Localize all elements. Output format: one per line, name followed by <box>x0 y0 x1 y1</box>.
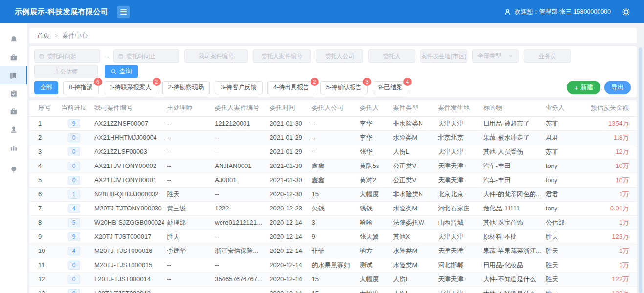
export-button[interactable]: 导出 <box>604 81 631 94</box>
company-title: 示例展示-科技发展有限公司 <box>15 7 109 17</box>
briefcase-icon <box>9 53 18 62</box>
topbar: 示例展示-科技发展有限公司 欢迎您：管理部-张三 15800000000 <box>0 0 644 23</box>
progress-badge: 0 <box>68 133 80 142</box>
progress-badge: 0 <box>68 289 80 293</box>
column-header: 主处理师 <box>164 100 212 116</box>
sidebar-item-map[interactable] <box>0 161 27 179</box>
breadcrumb-home[interactable]: 首页 <box>37 31 50 40</box>
table-row[interactable]: 20AX21HHHTMJJ00004----2021-01-29--李华水险类M… <box>29 130 637 145</box>
table-row[interactable]: 61N20HB-QHDJJ000032胜天--2020-12-3015大幅度非水… <box>29 187 637 201</box>
tab-count-badge: 6 <box>94 78 102 86</box>
briefcase2-icon <box>9 107 18 116</box>
column-header: 标的物 <box>480 100 543 116</box>
progress-badge: 4 <box>68 204 80 213</box>
tab-全部[interactable]: 全部 <box>34 81 58 94</box>
tab-3-待客户反馈[interactable]: 3-待客户反馈 <box>215 81 263 94</box>
table-row[interactable]: 74M20TJ-TJTONY000030黄三级12222020-12-23欠钱钱… <box>29 201 637 215</box>
clipboard-check-icon <box>9 89 18 98</box>
date-end-input[interactable] <box>113 49 179 63</box>
case-location-input[interactable] <box>420 49 467 63</box>
our-case-no-input[interactable] <box>184 49 248 63</box>
progress-badge: 9 <box>68 232 80 241</box>
tab-0-待指派[interactable]: 0-待指派6 <box>63 81 99 94</box>
filter-panel: → 全部类型 查询 <box>29 46 637 97</box>
search-icon <box>111 69 117 75</box>
tab-5-待确认报告[interactable]: 5-待确认报告3 <box>320 81 368 94</box>
loss-amount: 1万 <box>588 215 637 230</box>
table-row[interactable]: 110M20TJ-TJST000015----2020-12-14的水果黑寡妇测… <box>29 258 637 272</box>
progress-badge: 9 <box>68 119 80 128</box>
table-row[interactable]: 130L20TJ-TJST000013----2020-12-1415大幅度人伤… <box>29 286 637 293</box>
column-header: 委托时间 <box>266 100 309 116</box>
tab-count-badge: 3 <box>363 78 371 86</box>
tab-count-badge: 2 <box>311 78 319 86</box>
tab-count-badge: 2 <box>153 78 161 86</box>
sidebar-item-case-center[interactable] <box>0 66 27 84</box>
column-header: 预估损失金额 <box>588 100 637 116</box>
cases-table: 序号当前进度我司案件编号主处理师委托人案件编号委托时间委托人公司委托人案件类型案… <box>29 100 637 293</box>
client-company-input[interactable] <box>316 49 363 63</box>
client-case-no-input[interactable] <box>253 49 311 63</box>
column-header: 委托人 <box>356 100 390 116</box>
table-row[interactable]: 99X20TJ-TJST000017胜天--2020-12-149张天翼其他X天… <box>29 230 637 244</box>
loss-amount: 123万 <box>588 230 637 244</box>
loss-amount: 12万 <box>588 145 637 159</box>
loss-amount: 122万 <box>588 286 637 293</box>
table-row[interactable]: 50AX21TJVTONY00001--AJ00012021-01-30鑫鑫黄对… <box>29 173 637 187</box>
progress-badge: 0 <box>68 261 80 270</box>
sidebar-item-work[interactable] <box>0 48 27 66</box>
column-header: 委托人案件编号 <box>212 100 266 116</box>
menu-toggle-button[interactable] <box>117 6 130 18</box>
breadcrumb: 首页 > 案件中心 <box>29 28 637 43</box>
breadcrumb-current: 案件中心 <box>62 31 88 40</box>
loss-amount: 10万 <box>588 159 637 173</box>
sidebar-item-statistics[interactable] <box>0 139 27 157</box>
bell-icon <box>9 35 18 44</box>
loss-amount: 1354万 <box>588 116 637 130</box>
loss-amount: 10万 <box>588 173 637 187</box>
column-header: 当前进度 <box>56 100 91 116</box>
progress-badge: 0 <box>68 275 80 284</box>
sidebar-item-seal[interactable] <box>0 121 27 139</box>
column-header: 案件发生地 <box>435 100 480 116</box>
sidebar-item-tasks[interactable] <box>0 84 27 103</box>
progress-badge: 5 <box>68 218 80 227</box>
salesman-input[interactable] <box>524 49 571 63</box>
table-row[interactable]: 19AX21ZZNSF00007--12121200012021-01-30--… <box>29 116 637 130</box>
tab-9-已结案[interactable]: 9-已结案4 <box>373 81 408 94</box>
table-row[interactable]: 120L20TJ-TJST000014--354657676767...2020… <box>29 272 637 286</box>
sidebar-item-notifications[interactable] <box>0 30 27 48</box>
loss-amount: 1万 <box>588 258 637 272</box>
case-type-select[interactable]: 全部类型 <box>472 49 519 63</box>
cases-table-card: 序号当前进度我司案件编号主处理师委托人案件编号委托时间委托人公司委托人案件类型案… <box>29 100 637 293</box>
chief-assessor-input[interactable] <box>34 65 98 78</box>
progress-badge: 4 <box>68 247 80 255</box>
sidebar-item-business[interactable] <box>0 103 27 121</box>
table-row[interactable]: 40AX21TJVTONY00002--ANJIAN00012021-01-30… <box>29 159 637 173</box>
date-start-input[interactable] <box>34 49 100 63</box>
tab-count-badge: 4 <box>403 78 412 86</box>
table-row[interactable]: 85W20HB-SJZGGB000024处理部were01212121...20… <box>29 215 637 230</box>
date-range-arrow-icon: → <box>104 52 110 60</box>
balloon-icon <box>9 166 18 174</box>
sidebar-nav <box>0 23 27 293</box>
breadcrumb-separator: > <box>54 32 58 39</box>
bar-chart-icon <box>9 144 18 152</box>
stamp-icon <box>9 126 18 134</box>
search-button[interactable]: 查询 <box>105 65 138 78</box>
table-row[interactable]: 104M20TJ-TJST000016李建华浙江安信保险...2020-12-1… <box>29 244 637 258</box>
user-icon <box>504 8 511 16</box>
loss-amount: 0.01万 <box>588 201 637 215</box>
create-button[interactable]: + 新建 <box>567 81 600 94</box>
chevron-down-icon <box>508 53 513 59</box>
tab-4-待出具报告[interactable]: 4-待出具报告2 <box>267 81 315 94</box>
progress-badge: 0 <box>68 176 80 185</box>
client-input[interactable] <box>368 49 415 63</box>
settings-gear-icon[interactable] <box>622 8 630 16</box>
calendar-icon <box>39 53 44 59</box>
scrollbar-thumb[interactable] <box>639 47 642 293</box>
column-header: 业务人 <box>543 100 588 116</box>
tab-2-待勘察现场[interactable]: 2-待勘察现场 <box>162 81 210 94</box>
table-row[interactable]: 30AX21ZZLSF00003----2021-01-29--张华人伤L天津天… <box>29 145 637 159</box>
tab-1-待联系报案人[interactable]: 1-待联系报案人2 <box>104 81 157 94</box>
